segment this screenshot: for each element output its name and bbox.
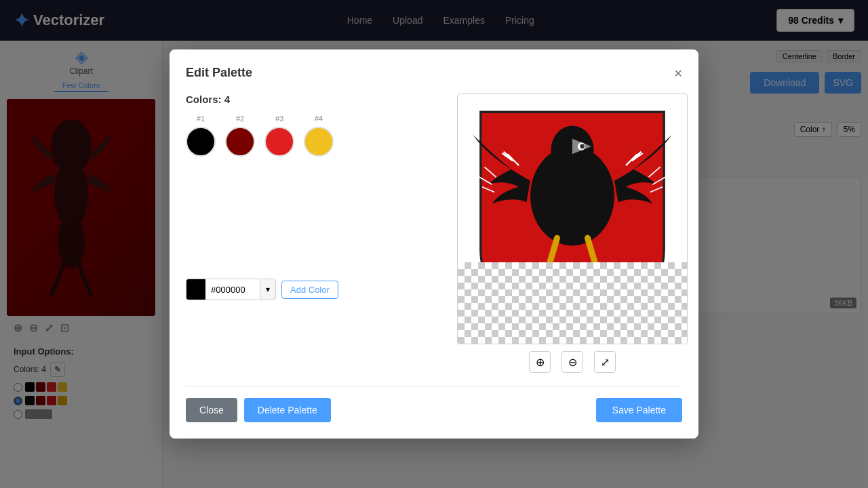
color-circle-3[interactable] [264, 127, 294, 157]
footer-left-buttons: Close Delete Palette [186, 398, 331, 422]
color-dropdown-button[interactable]: ▾ [260, 279, 275, 300]
color-circle-4[interactable] [304, 127, 334, 157]
color-input-wrap: ▾ [186, 279, 276, 300]
color-circle-2[interactable] [225, 127, 255, 157]
save-palette-button[interactable]: Save Palette [596, 398, 682, 422]
delete-palette-button[interactable]: Delete Palette [244, 398, 331, 422]
preview-zoom-out-button[interactable]: ⊖ [561, 351, 583, 373]
color-hex-input[interactable] [205, 282, 260, 298]
modal-overlay[interactable]: Edit Palette × Colors: 4 #1 #2 #3 #4 [0, 0, 868, 488]
colors-count-label: Colors: 4 [186, 94, 443, 105]
checkerboard-bg [458, 262, 687, 344]
svg-point-6 [580, 144, 585, 149]
zoom-in-icon: ⊕ [536, 356, 545, 369]
color-labels: #1 #2 #3 #4 [186, 115, 443, 123]
preview-expand-button[interactable]: ⤢ [594, 351, 616, 373]
expand-icon: ⤢ [601, 356, 610, 369]
close-button[interactable]: Close [186, 398, 237, 422]
modal-title: Edit Palette [186, 66, 252, 80]
modal-close-button[interactable]: × [674, 66, 682, 80]
modal-body: Colors: 4 #1 #2 #3 #4 [186, 94, 682, 373]
add-color-button[interactable]: Add Color [281, 281, 338, 299]
color-circle-1[interactable] [186, 127, 216, 157]
modal-footer: Close Delete Palette Save Palette [186, 386, 682, 422]
color-label-1: #1 [186, 115, 216, 123]
color-label-4: #4 [304, 115, 334, 123]
color-picker-row: ▾ Add Color [186, 279, 443, 300]
color-label-3: #3 [264, 115, 294, 123]
palette-section: Colors: 4 #1 #2 #3 #4 [186, 94, 443, 373]
zoom-out-icon: ⊖ [568, 356, 577, 369]
preview-section: ⊕ ⊖ ⤢ [457, 94, 688, 373]
edit-palette-modal: Edit Palette × Colors: 4 #1 #2 #3 #4 [170, 49, 698, 439]
preview-image-container [457, 94, 688, 344]
modal-header: Edit Palette × [186, 66, 682, 80]
color-label-2: #2 [225, 115, 255, 123]
color-circles [186, 127, 443, 157]
preview-zoom-in-button[interactable]: ⊕ [529, 351, 551, 373]
color-preview-box [186, 279, 205, 300]
preview-controls: ⊕ ⊖ ⤢ [529, 351, 616, 373]
